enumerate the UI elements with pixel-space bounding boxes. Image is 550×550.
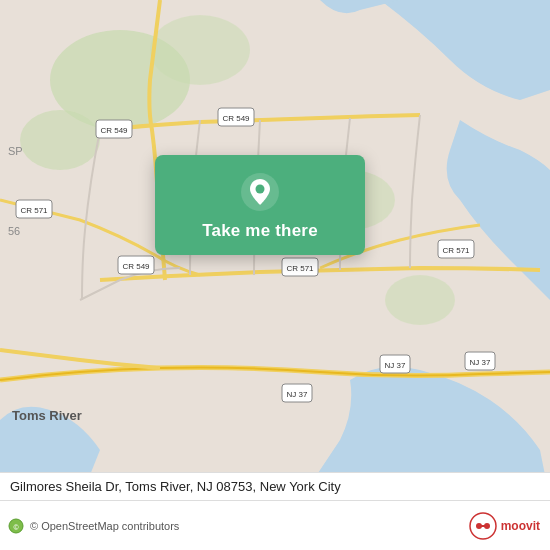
svg-text:Toms River: Toms River — [12, 408, 82, 423]
address-text: Gilmores Sheila Dr, Toms River, NJ 08753… — [10, 479, 341, 494]
osm-logo-icon: © — [8, 518, 24, 534]
svg-text:CR 571: CR 571 — [286, 264, 314, 273]
svg-text:NJ 37: NJ 37 — [287, 390, 308, 399]
address-bar: Gilmores Sheila Dr, Toms River, NJ 08753… — [0, 472, 550, 500]
svg-text:©: © — [13, 523, 19, 530]
map-area: NJ 37 NJ 37 NJ 37 CR 549 CR 549 CR 571 C… — [0, 0, 550, 500]
svg-text:CR 571: CR 571 — [20, 206, 48, 215]
location-pin-icon — [241, 173, 279, 211]
moovit-logo: moovit — [469, 512, 540, 540]
svg-text:56: 56 — [8, 225, 20, 237]
svg-text:NJ 37: NJ 37 — [470, 358, 491, 367]
bottom-bar: © © OpenStreetMap contributors moovit — [0, 500, 550, 550]
svg-text:SP: SP — [8, 145, 23, 157]
svg-text:CR 549: CR 549 — [222, 114, 250, 123]
svg-text:CR 571: CR 571 — [442, 246, 470, 255]
cta-label: Take me there — [202, 221, 318, 241]
svg-text:CR 549: CR 549 — [122, 262, 150, 271]
svg-point-30 — [256, 185, 265, 194]
svg-text:NJ 37: NJ 37 — [385, 361, 406, 370]
moovit-icon — [469, 512, 497, 540]
attribution-area: © © OpenStreetMap contributors — [8, 518, 179, 534]
svg-text:CR 549: CR 549 — [100, 126, 128, 135]
svg-point-3 — [150, 15, 250, 85]
moovit-brand-text: moovit — [501, 519, 540, 533]
attribution-text: © OpenStreetMap contributors — [30, 520, 179, 532]
take-me-there-button[interactable]: Take me there — [155, 155, 365, 255]
svg-point-2 — [20, 110, 100, 170]
svg-point-5 — [385, 275, 455, 325]
